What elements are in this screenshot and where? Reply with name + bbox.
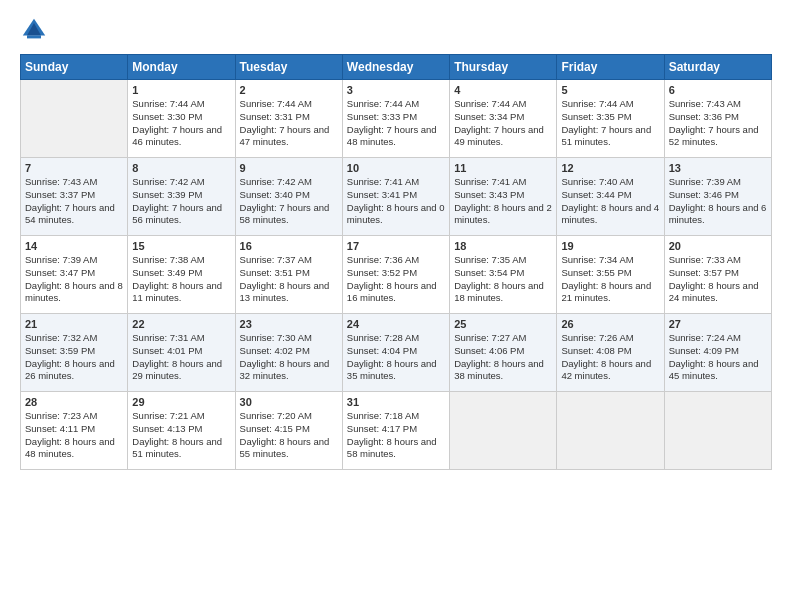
calendar-cell: 28 Sunrise: 7:23 AMSunset: 4:11 PMDaylig… (21, 392, 128, 470)
page-header (20, 16, 772, 44)
col-header-saturday: Saturday (664, 55, 771, 80)
day-info: Sunrise: 7:44 AMSunset: 3:30 PMDaylight:… (132, 98, 222, 147)
day-info: Sunrise: 7:39 AMSunset: 3:46 PMDaylight:… (669, 176, 767, 225)
calendar-cell: 3 Sunrise: 7:44 AMSunset: 3:33 PMDayligh… (342, 80, 449, 158)
day-number: 24 (347, 318, 445, 330)
calendar-cell (450, 392, 557, 470)
day-info: Sunrise: 7:18 AMSunset: 4:17 PMDaylight:… (347, 410, 437, 459)
calendar-cell: 4 Sunrise: 7:44 AMSunset: 3:34 PMDayligh… (450, 80, 557, 158)
calendar-cell: 21 Sunrise: 7:32 AMSunset: 3:59 PMDaylig… (21, 314, 128, 392)
col-header-friday: Friday (557, 55, 664, 80)
day-info: Sunrise: 7:42 AMSunset: 3:40 PMDaylight:… (240, 176, 330, 225)
day-number: 15 (132, 240, 230, 252)
logo-icon (20, 16, 48, 44)
calendar-cell: 10 Sunrise: 7:41 AMSunset: 3:41 PMDaylig… (342, 158, 449, 236)
calendar-cell: 22 Sunrise: 7:31 AMSunset: 4:01 PMDaylig… (128, 314, 235, 392)
calendar-cell: 29 Sunrise: 7:21 AMSunset: 4:13 PMDaylig… (128, 392, 235, 470)
day-number: 7 (25, 162, 123, 174)
day-info: Sunrise: 7:40 AMSunset: 3:44 PMDaylight:… (561, 176, 659, 225)
calendar-cell: 13 Sunrise: 7:39 AMSunset: 3:46 PMDaylig… (664, 158, 771, 236)
day-number: 21 (25, 318, 123, 330)
day-info: Sunrise: 7:34 AMSunset: 3:55 PMDaylight:… (561, 254, 651, 303)
day-info: Sunrise: 7:39 AMSunset: 3:47 PMDaylight:… (25, 254, 123, 303)
day-info: Sunrise: 7:44 AMSunset: 3:35 PMDaylight:… (561, 98, 651, 147)
calendar-cell: 14 Sunrise: 7:39 AMSunset: 3:47 PMDaylig… (21, 236, 128, 314)
page-container: SundayMondayTuesdayWednesdayThursdayFrid… (0, 0, 792, 480)
day-number: 3 (347, 84, 445, 96)
day-info: Sunrise: 7:20 AMSunset: 4:15 PMDaylight:… (240, 410, 330, 459)
day-info: Sunrise: 7:28 AMSunset: 4:04 PMDaylight:… (347, 332, 437, 381)
calendar-week-row: 1 Sunrise: 7:44 AMSunset: 3:30 PMDayligh… (21, 80, 772, 158)
day-number: 10 (347, 162, 445, 174)
calendar-cell: 5 Sunrise: 7:44 AMSunset: 3:35 PMDayligh… (557, 80, 664, 158)
day-number: 27 (669, 318, 767, 330)
calendar-table: SundayMondayTuesdayWednesdayThursdayFrid… (20, 54, 772, 470)
col-header-sunday: Sunday (21, 55, 128, 80)
calendar-week-row: 7 Sunrise: 7:43 AMSunset: 3:37 PMDayligh… (21, 158, 772, 236)
day-info: Sunrise: 7:41 AMSunset: 3:43 PMDaylight:… (454, 176, 552, 225)
calendar-cell: 12 Sunrise: 7:40 AMSunset: 3:44 PMDaylig… (557, 158, 664, 236)
day-number: 4 (454, 84, 552, 96)
calendar-cell: 30 Sunrise: 7:20 AMSunset: 4:15 PMDaylig… (235, 392, 342, 470)
day-info: Sunrise: 7:27 AMSunset: 4:06 PMDaylight:… (454, 332, 544, 381)
day-number: 14 (25, 240, 123, 252)
day-info: Sunrise: 7:32 AMSunset: 3:59 PMDaylight:… (25, 332, 115, 381)
day-info: Sunrise: 7:24 AMSunset: 4:09 PMDaylight:… (669, 332, 759, 381)
day-number: 2 (240, 84, 338, 96)
calendar-cell: 17 Sunrise: 7:36 AMSunset: 3:52 PMDaylig… (342, 236, 449, 314)
calendar-cell: 24 Sunrise: 7:28 AMSunset: 4:04 PMDaylig… (342, 314, 449, 392)
day-info: Sunrise: 7:43 AMSunset: 3:37 PMDaylight:… (25, 176, 115, 225)
day-info: Sunrise: 7:43 AMSunset: 3:36 PMDaylight:… (669, 98, 759, 147)
calendar-cell: 15 Sunrise: 7:38 AMSunset: 3:49 PMDaylig… (128, 236, 235, 314)
day-number: 5 (561, 84, 659, 96)
calendar-cell: 23 Sunrise: 7:30 AMSunset: 4:02 PMDaylig… (235, 314, 342, 392)
day-number: 23 (240, 318, 338, 330)
calendar-cell: 6 Sunrise: 7:43 AMSunset: 3:36 PMDayligh… (664, 80, 771, 158)
day-number: 30 (240, 396, 338, 408)
day-number: 12 (561, 162, 659, 174)
day-number: 20 (669, 240, 767, 252)
calendar-cell (664, 392, 771, 470)
day-number: 6 (669, 84, 767, 96)
day-info: Sunrise: 7:41 AMSunset: 3:41 PMDaylight:… (347, 176, 445, 225)
day-info: Sunrise: 7:44 AMSunset: 3:33 PMDaylight:… (347, 98, 437, 147)
svg-rect-2 (27, 36, 41, 39)
day-number: 29 (132, 396, 230, 408)
day-info: Sunrise: 7:42 AMSunset: 3:39 PMDaylight:… (132, 176, 222, 225)
col-header-monday: Monday (128, 55, 235, 80)
calendar-cell: 27 Sunrise: 7:24 AMSunset: 4:09 PMDaylig… (664, 314, 771, 392)
day-number: 11 (454, 162, 552, 174)
day-number: 31 (347, 396, 445, 408)
calendar-cell: 25 Sunrise: 7:27 AMSunset: 4:06 PMDaylig… (450, 314, 557, 392)
calendar-cell (557, 392, 664, 470)
day-info: Sunrise: 7:35 AMSunset: 3:54 PMDaylight:… (454, 254, 544, 303)
day-info: Sunrise: 7:30 AMSunset: 4:02 PMDaylight:… (240, 332, 330, 381)
day-number: 25 (454, 318, 552, 330)
logo (20, 16, 52, 44)
calendar-cell: 1 Sunrise: 7:44 AMSunset: 3:30 PMDayligh… (128, 80, 235, 158)
day-info: Sunrise: 7:33 AMSunset: 3:57 PMDaylight:… (669, 254, 759, 303)
day-number: 28 (25, 396, 123, 408)
day-info: Sunrise: 7:36 AMSunset: 3:52 PMDaylight:… (347, 254, 437, 303)
day-number: 13 (669, 162, 767, 174)
calendar-cell: 31 Sunrise: 7:18 AMSunset: 4:17 PMDaylig… (342, 392, 449, 470)
calendar-header-row: SundayMondayTuesdayWednesdayThursdayFrid… (21, 55, 772, 80)
day-number: 19 (561, 240, 659, 252)
calendar-cell: 18 Sunrise: 7:35 AMSunset: 3:54 PMDaylig… (450, 236, 557, 314)
day-info: Sunrise: 7:37 AMSunset: 3:51 PMDaylight:… (240, 254, 330, 303)
col-header-wednesday: Wednesday (342, 55, 449, 80)
day-number: 18 (454, 240, 552, 252)
calendar-cell: 2 Sunrise: 7:44 AMSunset: 3:31 PMDayligh… (235, 80, 342, 158)
calendar-cell (21, 80, 128, 158)
day-info: Sunrise: 7:44 AMSunset: 3:31 PMDaylight:… (240, 98, 330, 147)
day-number: 1 (132, 84, 230, 96)
day-number: 26 (561, 318, 659, 330)
day-info: Sunrise: 7:31 AMSunset: 4:01 PMDaylight:… (132, 332, 222, 381)
calendar-week-row: 14 Sunrise: 7:39 AMSunset: 3:47 PMDaylig… (21, 236, 772, 314)
calendar-cell: 16 Sunrise: 7:37 AMSunset: 3:51 PMDaylig… (235, 236, 342, 314)
calendar-cell: 20 Sunrise: 7:33 AMSunset: 3:57 PMDaylig… (664, 236, 771, 314)
day-info: Sunrise: 7:23 AMSunset: 4:11 PMDaylight:… (25, 410, 115, 459)
day-number: 22 (132, 318, 230, 330)
day-number: 9 (240, 162, 338, 174)
calendar-week-row: 21 Sunrise: 7:32 AMSunset: 3:59 PMDaylig… (21, 314, 772, 392)
